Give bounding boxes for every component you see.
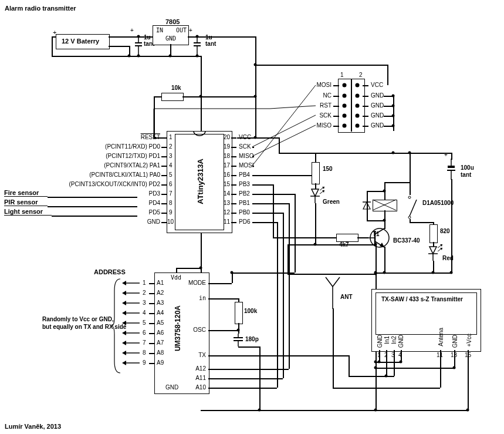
mcu-l5-l: (PCINT8/CLKI/XTAL1) PA0 — [89, 171, 160, 178]
mcu-l1-l: RESET — [141, 134, 160, 140]
mcu-l10-n: 10 — [167, 218, 174, 225]
n7: 7 — [143, 339, 146, 346]
r4k7 — [336, 234, 358, 242]
svg-marker-35 — [429, 247, 437, 254]
fire-sensor: Fire sensor — [4, 189, 48, 197]
r100k-val: 100k — [244, 308, 257, 314]
svg-marker-11 — [312, 189, 319, 196]
arr3 — [122, 300, 142, 307]
enc-note1: Randomly to Vcc or GND, — [42, 316, 114, 322]
mcu-notch — [194, 131, 205, 136]
plus4: + — [444, 152, 448, 158]
hdr-r3: GND — [371, 102, 384, 109]
txp7l: +Vcc — [466, 334, 472, 347]
relay-part: D1A051000 — [422, 200, 454, 206]
r150 — [312, 162, 320, 184]
mcu-l3-n: 3 — [169, 153, 172, 159]
transistor-icon — [367, 226, 396, 253]
r10k-val: 10k — [171, 85, 181, 91]
txmod-title: TX-SAW / 433 s-Z Transmitter — [381, 296, 463, 302]
mcu-r4-n: 17 — [224, 162, 230, 169]
mcu-l5-n: 5 — [169, 171, 172, 178]
a7: A7 — [157, 339, 164, 346]
mcu-r5-l: PB4 — [239, 171, 250, 178]
a8: A8 — [157, 349, 164, 356]
mcu-l7-l: PD3 — [149, 190, 160, 197]
n5: 5 — [143, 319, 146, 326]
tr-part: BC337-40 — [393, 237, 420, 244]
mcu-l6-l: (PCINT13/CKOUT/XCK/INT0) PD2 — [69, 181, 160, 187]
n6: 6 — [143, 329, 146, 336]
svg-line-9 — [252, 125, 316, 156]
rst-wire — [153, 94, 317, 112]
hdr-r5: GND — [371, 122, 384, 129]
page-title: Alarm radio transmitter — [5, 5, 76, 12]
plus3: + — [189, 27, 192, 33]
brace-icon — [111, 279, 123, 373]
svg-point-29 — [408, 216, 411, 218]
n1: 1 — [143, 280, 146, 286]
svg-marker-43 — [122, 281, 126, 285]
relay-x — [373, 200, 396, 210]
r100k — [235, 302, 243, 324]
diode-icon — [362, 200, 371, 211]
arr6 — [122, 329, 142, 337]
mcu-r1-l: VCC — [239, 134, 251, 140]
mcu-r4-l: MOSI — [239, 162, 254, 169]
c1-val: 1u — [144, 34, 151, 41]
enc-a11: A11 — [195, 375, 206, 381]
mcu-r9-n: 12 — [224, 209, 230, 216]
mcu-l3-l: (PCINT12/TXD) PD1 — [106, 153, 160, 159]
a6: A6 — [157, 329, 164, 336]
arr8 — [122, 349, 142, 356]
svg-point-28 — [408, 196, 411, 199]
cap2-icon — [194, 36, 205, 56]
txp5l: Antena — [438, 328, 444, 346]
addr-title: ADDRESS — [94, 268, 126, 275]
light-sensor: Light sensor — [4, 208, 52, 216]
r820-val: 820 — [440, 228, 450, 234]
mcu-l6-n: 6 — [169, 181, 172, 187]
a9: A9 — [157, 359, 164, 366]
n3: 3 — [143, 300, 146, 306]
r150-val: 150 — [323, 166, 333, 172]
r4k7-val: 4k7 — [339, 241, 349, 248]
battery-label: 12 V Baterry — [62, 38, 99, 45]
c2-val: 1u — [205, 34, 212, 41]
svg-marker-45 — [122, 291, 126, 295]
enc-a12: A12 — [195, 365, 206, 372]
hdr-r4: GND — [371, 112, 384, 119]
hdr-r1: VCC — [371, 82, 383, 88]
a4: A4 — [157, 309, 164, 316]
mcu-r2-l: SCK — [239, 143, 251, 150]
n9: 9 — [143, 359, 146, 366]
mcu-l2-n: 2 — [169, 143, 172, 150]
enc-in: in — [199, 295, 206, 301]
reg-out: OUT — [176, 27, 187, 33]
mcu-r10-n: 11 — [224, 218, 230, 225]
led-red: Red — [442, 255, 454, 261]
mcu-l4-l: (PCINT9/XTAL2) PA1 — [104, 162, 160, 169]
enc-tx: TX — [198, 352, 206, 358]
mcu-r2-n: 19 — [224, 143, 230, 150]
reg-name: 7805 — [165, 18, 180, 25]
led-green: Green — [323, 199, 340, 205]
mcu-l9-n: 9 — [169, 209, 172, 216]
a3: A3 — [157, 300, 164, 306]
mcu-r7-n: 14 — [224, 190, 230, 197]
arr5 — [122, 319, 142, 327]
c100-type: tant — [461, 171, 471, 178]
svg-line-66 — [333, 277, 340, 287]
n4: 4 — [143, 309, 146, 316]
mcu-l10-l: GND — [147, 218, 160, 225]
arr7 — [122, 339, 142, 346]
a5: A5 — [157, 319, 164, 326]
txp6l: GND — [452, 335, 458, 348]
arr4 — [122, 309, 142, 317]
svg-line-65 — [326, 277, 333, 287]
svg-marker-51 — [122, 321, 126, 325]
txp2l: In1 — [384, 336, 390, 344]
arr9 — [122, 359, 142, 366]
a2: A2 — [157, 290, 164, 296]
svg-rect-32 — [448, 166, 455, 168]
